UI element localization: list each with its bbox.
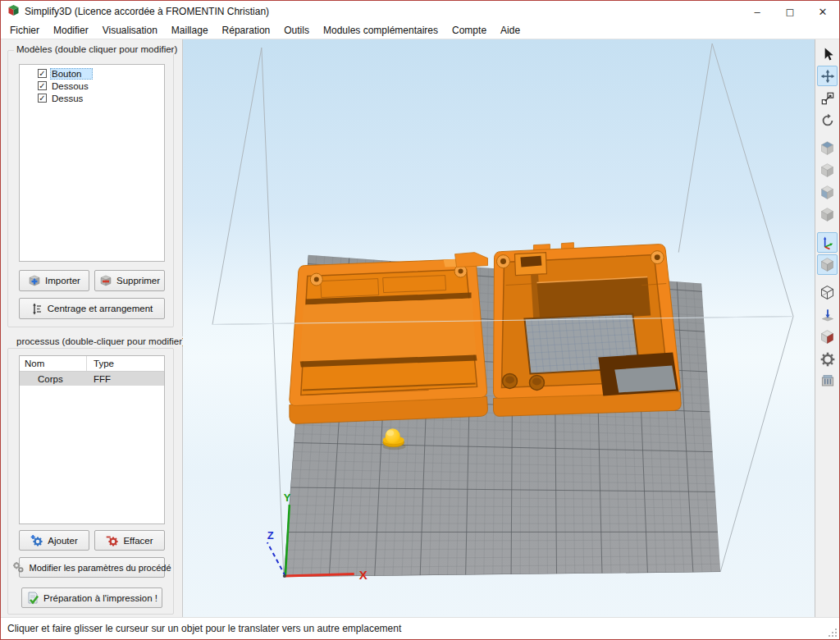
column-header-nom: Nom: [20, 356, 87, 371]
resize-grip[interactable]: [828, 628, 838, 638]
model-list[interactable]: ✓ Bouton ✓ Dessous ✓ Dessus: [19, 64, 165, 262]
window-title: Simplify3D (Licence accordée à FROMENTIN…: [25, 6, 741, 17]
edit-gears-icon: [12, 561, 25, 574]
process-groupbox-title: processus (double-cliquer pour modifier): [14, 336, 188, 346]
move-arrows-icon: [819, 68, 836, 85]
cube-front-view-icon: [819, 162, 836, 179]
support-tool[interactable]: [817, 304, 838, 325]
edit-process-button-label: Modifier les paramètres du procédé: [29, 563, 171, 573]
menu-compte[interactable]: Compte: [452, 25, 486, 36]
models-groupbox-title: Modèles (double cliquer pour modifier): [14, 44, 180, 54]
process-name-cell: Corps: [20, 374, 87, 384]
remove-process-button[interactable]: Effacer: [94, 530, 165, 551]
model-list-item-dessous[interactable]: ✓ Dessous: [20, 80, 164, 92]
edit-process-button[interactable]: Modifier les paramètres du procédé: [19, 557, 165, 578]
move-tool[interactable]: [817, 66, 838, 86]
process-table-header: Nom Type: [20, 356, 164, 372]
checkbox-bouton[interactable]: ✓: [38, 69, 47, 78]
model-label-bouton: Bouton: [50, 68, 93, 80]
settings-gear-tool[interactable]: [817, 349, 838, 369]
model-bottom-shell[interactable]: [290, 253, 488, 424]
prepare-print-button-label: Préparation à l'impression !: [43, 593, 158, 603]
maximize-button[interactable]: ◻: [774, 1, 806, 22]
app-logo-icon: [7, 4, 20, 19]
checkbox-dessous[interactable]: ✓: [38, 81, 47, 90]
wireframe-render-tool[interactable]: [817, 282, 838, 303]
menu-outils[interactable]: Outils: [284, 25, 309, 36]
process-table[interactable]: Nom Type Corps FFF: [19, 355, 165, 524]
add-process-button[interactable]: Ajouter: [19, 530, 89, 551]
add-process-button-label: Ajouter: [48, 536, 77, 546]
view-iso-cube-tool[interactable]: [817, 204, 838, 225]
checkbox-dessus[interactable]: ✓: [38, 94, 47, 103]
view-side-cube-tool[interactable]: [817, 182, 838, 203]
left-panel: Modèles (double cliquer pour modifier) ✓…: [1, 39, 183, 617]
import-button[interactable]: Importer: [19, 270, 89, 291]
scale-icon: [819, 90, 836, 107]
machine-icon: [819, 373, 836, 390]
status-bar: Cliquer et faire glisser le curseur sur …: [1, 617, 839, 639]
view-front-cube-tool[interactable]: [817, 160, 838, 181]
machine-control-tool[interactable]: [817, 371, 838, 391]
solid-cube-icon: [819, 256, 836, 273]
cross-section-cube-icon: [819, 328, 836, 345]
prepare-print-button[interactable]: Préparation à l'impression !: [21, 587, 162, 608]
axes-icon: [819, 235, 836, 251]
menu-visualisation[interactable]: Visualisation: [103, 25, 158, 36]
title-bar: Simplify3D (Licence accordée à FROMENTIN…: [1, 1, 839, 22]
support-arrow-icon: [819, 307, 836, 323]
delete-button-label: Supprimer: [116, 276, 160, 286]
axis-label-z: Z: [267, 529, 274, 542]
cross-section-tool[interactable]: [817, 327, 838, 347]
app-window: Simplify3D (Licence accordée à FROMENTIN…: [0, 0, 840, 640]
cube-side-view-icon: [819, 184, 836, 201]
import-button-label: Importer: [45, 276, 80, 286]
delete-cube-icon: [99, 275, 112, 287]
gear-icon: [819, 351, 836, 368]
minimize-button[interactable]: –: [741, 1, 774, 22]
delete-button[interactable]: Supprimer: [94, 270, 165, 291]
center-arrange-button-label: Centrage et arrangement: [48, 304, 153, 313]
process-type-cell: FFF: [87, 374, 111, 384]
axis-label-x: X: [359, 568, 368, 582]
show-axes-tool[interactable]: [817, 232, 838, 253]
model-list-item-bouton[interactable]: ✓ Bouton: [20, 67, 164, 80]
cube-iso-view-icon: [819, 206, 836, 223]
main-area: Modèles (double cliquer pour modifier) ✓…: [1, 39, 839, 617]
scene-svg: X Y Z: [183, 39, 815, 617]
scale-tool[interactable]: [817, 88, 838, 108]
rotate-tool[interactable]: [817, 110, 838, 130]
menu-reparation[interactable]: Réparation: [222, 25, 271, 36]
right-toolbar: [815, 39, 839, 617]
viewport-3d[interactable]: X Y Z: [183, 39, 815, 617]
model-label-dessous: Dessous: [50, 81, 100, 91]
menu-fichier[interactable]: Fichier: [10, 25, 39, 36]
remove-gear-icon: [106, 534, 119, 547]
model-top-shell[interactable]: [494, 243, 682, 417]
cursor-icon: [819, 46, 836, 62]
view-top-cube-tool[interactable]: [817, 138, 838, 158]
axis-label-y: Y: [284, 491, 291, 504]
column-header-type: Type: [87, 359, 114, 368]
add-gear-icon: [30, 534, 43, 547]
menu-bar: Fichier Modifier Visualisation Maillage …: [1, 22, 839, 39]
menu-modifier[interactable]: Modifier: [53, 25, 89, 36]
solid-render-tool[interactable]: [817, 254, 838, 275]
remove-process-button-label: Effacer: [123, 536, 153, 546]
close-button[interactable]: ✕: [806, 1, 839, 22]
menu-aide[interactable]: Aide: [500, 25, 520, 36]
wireframe-cube-icon: [819, 284, 836, 301]
model-list-item-dessus[interactable]: ✓ Dessus: [20, 92, 164, 104]
status-text: Cliquer et faire glisser le curseur sur …: [7, 623, 401, 634]
process-row-corps[interactable]: Corps FFF: [20, 372, 164, 386]
rotate-icon: [819, 112, 836, 129]
menu-maillage[interactable]: Maillage: [171, 25, 208, 36]
model-label-dessus: Dessus: [50, 94, 94, 103]
center-arrange-button[interactable]: Centrage et arrangement: [19, 298, 165, 319]
cube-top-view-icon: [819, 139, 836, 157]
import-cube-icon: [28, 275, 41, 287]
menu-modules[interactable]: Modules complémentaires: [323, 25, 438, 36]
print-check-icon: [26, 592, 39, 605]
select-cursor-tool[interactable]: [817, 43, 838, 64]
center-arrange-icon: [31, 303, 43, 315]
